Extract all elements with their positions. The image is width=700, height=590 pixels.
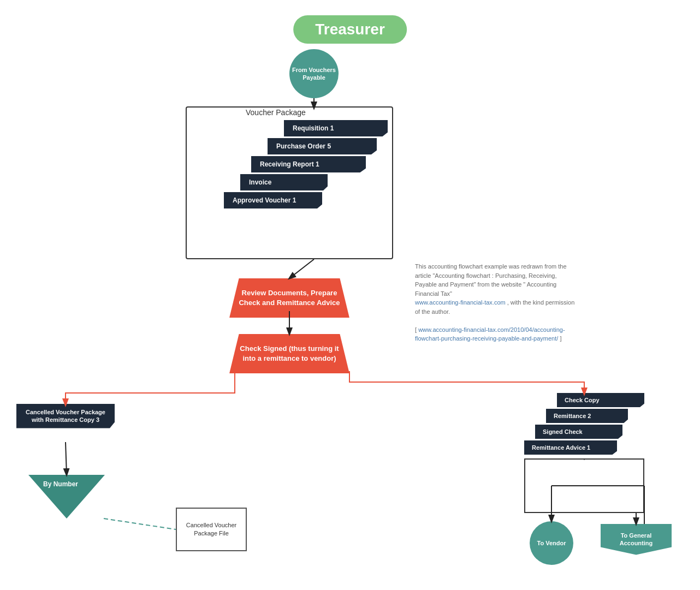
doc-receiving-report: Receiving Report 1 [251,156,366,172]
right-doc-check-copy: Check Copy [557,393,644,407]
annotation-link1[interactable]: www.accounting-financial-tax.com [415,299,506,306]
to-vendor-circle: To Vendor [530,521,573,565]
annotation-link2[interactable]: www.accounting-financial-tax.com/2010/04… [415,326,565,342]
from-vouchers-circle: From Vouchers Payable [289,49,339,98]
right-doc-signed-check: Signed Check [535,425,622,439]
annotation-text4: ] [560,335,561,342]
right-white-box [524,458,644,513]
svg-line-3 [66,442,67,475]
cancelled-doc-item: Cancelled Voucher Package with Remittanc… [16,404,115,428]
right-doc-remittance2: Remittance 2 [546,409,628,423]
right-doc-stack: Check Copy Remittance 2 Signed Check Rem… [524,393,644,456]
treasurer-badge: Treasurer [293,15,407,44]
doc-invoice: Invoice [240,174,328,190]
annotation-box: This accounting flowchart example was re… [415,262,579,343]
flowchart-container: Treasurer From Vouchers Payable Voucher … [0,0,700,590]
doc-approved-voucher: Approved Voucher 1 [224,192,322,208]
svg-line-1 [289,259,314,278]
voucher-package-label: Voucher Package [246,108,306,117]
cvp-file-box: Cancelled Voucher Package File [176,508,247,551]
right-doc-remittance-advice: Remittance Advice 1 [524,440,617,455]
review-documents-shape: Review Documents, Prepare Check and Remi… [229,278,349,318]
svg-line-4 [104,519,176,529]
annotation-text1: This accounting flowchart example was re… [415,263,567,297]
document-stack: Requisition 1 Purchase Order 5 Receiving… [213,120,388,210]
by-number-label: By Number [37,480,84,488]
check-signed-shape: Check Signed (thus turning it into a rem… [229,334,349,373]
doc-requisition: Requisition 1 [284,120,388,136]
to-general-accounting-shape: To General Accounting [601,524,672,555]
cancelled-voucher-stack: Cancelled Voucher Package with Remittanc… [16,404,115,430]
doc-purchase-order: Purchase Order 5 [268,138,377,154]
